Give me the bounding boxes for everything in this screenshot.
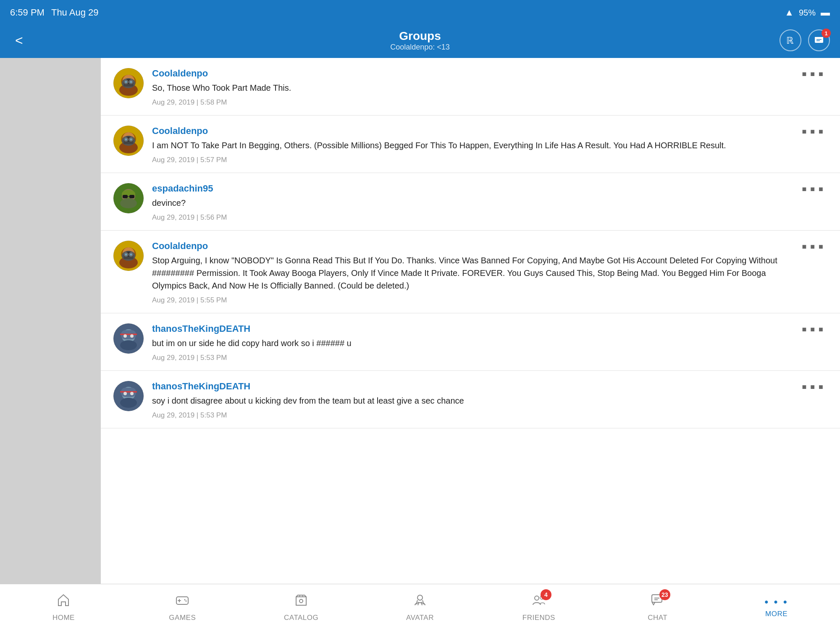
svg-point-24 [125, 138, 127, 141]
message-time: Aug 29, 2019 | 5:53 PM [152, 354, 790, 362]
header-center: Groups Coolaldenpo: <13 [390, 29, 450, 52]
svg-point-58 [130, 392, 134, 395]
header-title: Groups [390, 29, 450, 43]
games-icon [175, 593, 190, 611]
message-item: thanosTheKingDEATH soy i dont disagree a… [101, 371, 840, 428]
bottom-nav: HOME GAMES CATALOG [0, 584, 840, 630]
message-text: devince? [152, 197, 790, 209]
svg-point-57 [123, 392, 127, 395]
nav-chat-label: CHAT [648, 614, 667, 622]
nav-catalog[interactable]: CATALOG [242, 589, 361, 625]
nav-home-label: HOME [52, 614, 75, 622]
status-right: ▲ 95% ▬ [785, 7, 830, 18]
svg-point-63 [417, 595, 423, 600]
svg-rect-31 [129, 195, 134, 198]
chat-badge: 23 [659, 589, 670, 600]
message-menu-button[interactable]: ■ ■ ■ [798, 323, 827, 336]
status-left: 6:59 PM Thu Aug 29 [10, 7, 98, 18]
message-text: Stop Arguing, I know "NOBODY" Is Gonna R… [152, 254, 790, 292]
nav-games[interactable]: GAMES [123, 589, 242, 625]
message-username[interactable]: thanosTheKingDEATH [152, 323, 790, 334]
more-icon: • • • [764, 596, 788, 607]
friends-badge: 4 [541, 589, 551, 600]
svg-point-64 [535, 596, 539, 600]
robux-button[interactable]: ℝ [780, 29, 801, 51]
svg-point-51 [130, 334, 134, 338]
status-time: 6:59 PM [10, 7, 45, 18]
notification-badge: 1 [822, 29, 831, 38]
status-bar: 6:59 PM Thu Aug 29 ▲ 95% ▬ [0, 0, 840, 25]
message-item: Coolaldenpo So, Those Who Took Part Made… [101, 58, 840, 116]
message-username[interactable]: Coolaldenpo [152, 68, 790, 79]
svg-rect-30 [123, 195, 128, 198]
message-text: but im on ur side he did copy hard work … [152, 337, 790, 349]
message-text: soy i dont disagree about u kicking dev … [152, 394, 790, 407]
message-body: Coolaldenpo Stop Arguing, I know "NOBODY… [152, 241, 790, 304]
nav-games-label: GAMES [169, 614, 196, 622]
svg-point-33 [120, 198, 137, 208]
battery-level: 95% [799, 8, 816, 18]
svg-point-25 [130, 138, 132, 141]
svg-point-13 [125, 81, 127, 83]
message-menu-button[interactable]: ■ ■ ■ [798, 381, 827, 393]
nav-more[interactable]: • • • MORE [717, 593, 836, 622]
left-panel [0, 58, 101, 584]
nav-avatar[interactable]: AVATAR [361, 589, 480, 625]
message-body: espadachin95 devince? Aug 29, 2019 | 5:5… [152, 183, 790, 222]
messages-panel: Coolaldenpo So, Those Who Took Part Made… [101, 58, 840, 584]
avatar [113, 381, 144, 411]
message-menu-button[interactable]: ■ ■ ■ [798, 183, 827, 195]
notifications-button[interactable]: 1 [808, 29, 830, 51]
message-item: thanosTheKingDEATH but im on ur side he … [101, 313, 840, 371]
catalog-icon [294, 593, 309, 611]
avatar-icon [412, 593, 428, 611]
nav-more-label: MORE [765, 610, 788, 618]
message-body: Coolaldenpo I am NOT To Take Part In Beg… [152, 126, 790, 164]
message-time: Aug 29, 2019 | 5:57 PM [152, 156, 790, 164]
message-username[interactable]: Coolaldenpo [152, 241, 790, 252]
avatar [113, 68, 144, 98]
back-button[interactable]: < [10, 31, 28, 50]
home-icon [56, 593, 71, 611]
message-time: Aug 29, 2019 | 5:56 PM [152, 213, 790, 222]
message-menu-button[interactable]: ■ ■ ■ [798, 241, 827, 253]
svg-point-43 [130, 253, 132, 256]
svg-point-42 [125, 253, 127, 256]
nav-home[interactable]: HOME [4, 589, 123, 625]
message-time: Aug 29, 2019 | 5:58 PM [152, 98, 790, 107]
message-menu-button[interactable]: ■ ■ ■ [798, 68, 827, 80]
message-username[interactable]: Coolaldenpo [152, 126, 790, 136]
message-menu-button[interactable]: ■ ■ ■ [798, 126, 827, 138]
avatar [113, 241, 144, 271]
message-username[interactable]: espadachin95 [152, 183, 790, 194]
svg-text:ℝ: ℝ [786, 35, 794, 46]
message-item: espadachin95 devince? Aug 29, 2019 | 5:5… [101, 173, 840, 231]
header-actions: ℝ 1 [780, 29, 830, 51]
main-content: Coolaldenpo So, Those Who Took Part Made… [0, 58, 840, 584]
message-body: thanosTheKingDEATH soy i dont disagree a… [152, 381, 790, 420]
message-text: So, Those Who Took Part Made This. [152, 81, 790, 94]
message-username[interactable]: thanosTheKingDEATH [152, 381, 790, 392]
svg-rect-26 [123, 142, 134, 144]
nav-catalog-label: CATALOG [284, 614, 318, 622]
message-item: Coolaldenpo I am NOT To Take Part In Beg… [101, 116, 840, 173]
message-time: Aug 29, 2019 | 5:55 PM [152, 296, 790, 304]
avatar [113, 126, 144, 156]
nav-chat[interactable]: 23 CHAT [598, 589, 717, 625]
svg-point-47 [120, 340, 137, 350]
svg-point-60 [184, 599, 186, 600]
wifi-icon: ▲ [785, 7, 794, 18]
nav-avatar-label: AVATAR [406, 614, 434, 622]
battery-icon: ▬ [821, 7, 830, 18]
avatar [113, 183, 144, 213]
svg-point-62 [299, 599, 303, 603]
svg-rect-15 [123, 84, 134, 87]
status-date: Thu Aug 29 [51, 7, 99, 18]
message-body: thanosTheKingDEATH but im on ur side he … [152, 323, 790, 362]
message-text: I am NOT To Take Part In Begging, Others… [152, 139, 790, 152]
nav-friends[interactable]: 4 FRIENDS [479, 589, 598, 625]
message-time: Aug 29, 2019 | 5:53 PM [152, 411, 790, 420]
svg-rect-2 [815, 37, 823, 39]
header-subtitle: Coolaldenpo: <13 [390, 43, 450, 52]
svg-point-14 [130, 81, 132, 83]
